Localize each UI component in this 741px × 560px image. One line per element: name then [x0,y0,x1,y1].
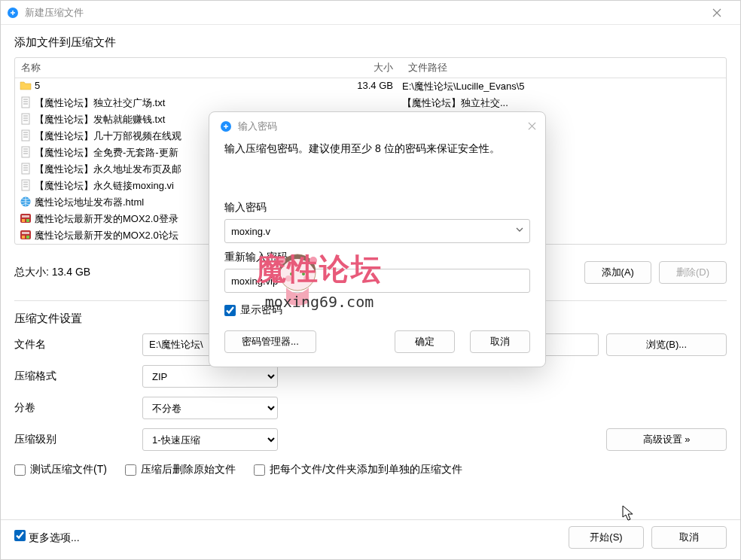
password-label: 输入密码 [224,201,530,215]
file-icon [20,179,32,191]
file-row[interactable]: 513.4 GBE:\魔性论坛\Lucille_Evans\5 [15,78,726,95]
dialog-title: 输入密码 [238,120,277,133]
format-select[interactable]: ZIP [142,365,278,388]
file-path: 【魔性论坛】独立社交... [402,96,726,110]
file-icon [20,212,32,224]
delete-button[interactable]: 删除(D) [659,261,727,284]
file-path: E:\魔性论坛\Lucille_Evans\5 [402,80,726,93]
file-icon [20,113,32,125]
start-button[interactable]: 开始(S) [569,526,644,549]
svg-rect-5 [22,114,29,124]
split-select[interactable]: 不分卷 [142,397,278,419]
split-label: 分卷 [14,401,135,415]
svg-rect-31 [22,232,29,234]
svg-rect-32 [22,236,25,239]
cancel-button[interactable]: 取消 [651,526,727,549]
filename-label: 文件名 [14,338,135,352]
test-checkbox[interactable] [14,464,26,476]
col-name[interactable]: 名称 [15,58,327,78]
dialog-cancel-button[interactable]: 取消 [470,330,530,353]
advanced-button[interactable]: 高级设置 » [606,428,727,451]
separate-checkbox[interactable] [254,464,265,476]
window-title: 新建压缩文件 [25,6,84,20]
file-size [327,96,402,110]
show-password-checkbox[interactable] [224,305,236,316]
svg-rect-13 [22,147,29,157]
show-password-label: 显示密码 [240,303,282,317]
file-icon [20,129,32,142]
titlebar: 新建压缩文件 [1,1,740,25]
more-options-label[interactable]: 更多选项... [14,530,80,545]
level-label: 压缩级别 [14,433,135,446]
col-path[interactable]: 文件路径 [402,58,726,78]
svg-rect-21 [22,180,29,190]
separate-checkbox-label[interactable]: 把每个文件/文件夹添加到单独的压缩文件 [254,463,462,476]
file-icon [20,196,32,208]
repassword-label: 重新输入密码 [224,251,530,264]
svg-rect-1 [22,97,29,108]
file-icon [20,163,32,175]
close-icon[interactable] [700,1,734,25]
file-name: 【魔性论坛】独立社交广场.txt [35,96,327,110]
app-icon [7,7,19,19]
svg-rect-33 [26,236,29,239]
add-button[interactable]: 添加(A) [584,261,651,284]
dialog-close-icon[interactable] [528,121,536,132]
file-icon [20,96,32,108]
file-icon [20,146,32,158]
format-label: 压缩格式 [14,370,135,383]
delete-checkbox-label[interactable]: 压缩后删除原始文件 [125,463,236,476]
file-icon [20,229,32,241]
dialog-titlebar: 输入密码 [209,112,545,139]
dialog-app-icon [220,120,232,132]
ok-button[interactable]: 确定 [395,330,455,353]
password-input[interactable] [224,219,530,243]
svg-rect-27 [22,215,29,218]
password-dialog: 输入密码 输入压缩包密码。建议使用至少 8 位的密码来保证安全性。 输入密码 重… [209,111,546,367]
file-list-header: 名称 大小 文件路径 [15,58,726,78]
col-size[interactable]: 大小 [327,58,402,78]
password-hint: 输入压缩包密码。建议使用至少 8 位的密码来保证安全性。 [224,142,530,156]
browse-button[interactable]: 浏览(B)... [606,333,727,356]
repassword-input[interactable] [224,269,530,293]
svg-rect-17 [22,163,29,174]
delete-checkbox[interactable] [125,464,136,476]
svg-rect-9 [22,130,29,141]
test-checkbox-label[interactable]: 测试压缩文件(T) [14,463,107,476]
file-size: 13.4 GB [327,80,402,93]
svg-rect-29 [26,219,29,222]
file-name: 5 [35,80,327,93]
password-manager-button[interactable]: 密码管理器... [224,330,316,353]
file-row[interactable]: 【魔性论坛】独立社交广场.txt【魔性论坛】独立社交... [15,95,726,111]
more-options-checkbox[interactable] [14,530,26,541]
total-size-label: 总大小: 13.4 GB [14,266,90,279]
file-icon [20,80,32,92]
svg-rect-28 [22,219,25,222]
section-add-label: 添加文件到压缩文件 [14,35,727,50]
level-select[interactable]: 1-快速压缩 [142,428,278,451]
